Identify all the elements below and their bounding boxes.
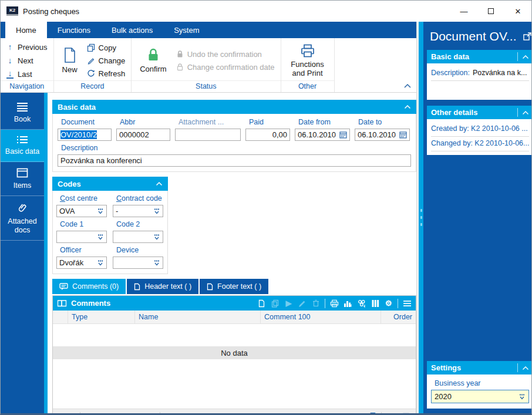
copy-add-button[interactable] — [401, 413, 410, 414]
title-bar: K2 Posting cheques — ✕ — [1, 1, 531, 22]
preview-other-details-header[interactable]: Other details — [427, 106, 532, 119]
change-button[interactable]: Change — [85, 55, 128, 66]
grid-body[interactable]: No data — [53, 346, 416, 409]
detail-tabs: Comments (0) Header text ( ) Footer text… — [52, 279, 416, 294]
code1-dropdown[interactable] — [56, 231, 107, 243]
sidebar-item-attached-docs[interactable]: Attached docs — [1, 196, 44, 241]
tab-header-text[interactable]: Header text ( ) — [127, 279, 198, 294]
next-label: Next — [18, 56, 33, 65]
settings-header[interactable]: Settings — [427, 361, 532, 374]
column-header-type[interactable]: Type — [68, 311, 134, 323]
lock-outline-icon — [176, 63, 184, 71]
close-button[interactable]: ✕ — [504, 1, 531, 21]
preview-basic-data-header[interactable]: Basic data — [427, 50, 532, 63]
new-button[interactable]: New — [58, 46, 82, 75]
group-label-navigation: Navigation — [1, 80, 53, 92]
preview-basic-data-section: Basic data Description: Pozvánka na k... — [427, 50, 532, 100]
grid-footer: ❄ 0 Number of records: 0 Σ — [53, 409, 416, 413]
edit-button[interactable] — [387, 413, 396, 414]
grid-settings-button[interactable]: ⚙ — [384, 299, 393, 308]
preview-description-row: Description: Pozvánka na k... — [431, 66, 529, 81]
ribbon-group-navigation: ↑ Previous ↓ Next ↓ Last — [1, 38, 54, 92]
description-field[interactable]: Pozvánka na konferenci — [58, 154, 411, 167]
contract-code-dropdown[interactable]: - — [113, 205, 163, 217]
printer-icon — [300, 44, 315, 58]
chevron-up-icon[interactable] — [404, 104, 411, 109]
maximize-icon — [488, 8, 494, 14]
dropdown-icon — [153, 234, 160, 241]
splitter-grip[interactable] — [419, 22, 423, 413]
chevron-up-icon[interactable] — [156, 181, 163, 186]
functions-and-print-button[interactable]: Functions and Print — [285, 43, 331, 79]
codes-header[interactable]: Codes — [52, 177, 168, 191]
tab-header-text-label: Header text ( ) — [144, 282, 191, 291]
ribbon-collapse-button[interactable] — [403, 83, 412, 89]
maximize-button[interactable] — [477, 1, 504, 21]
grid-copy-button[interactable] — [271, 299, 280, 308]
attachment-field[interactable] — [175, 129, 241, 141]
copy-button[interactable]: Copy — [85, 42, 128, 53]
tab-comments[interactable]: Comments (0) — [52, 279, 126, 294]
calendar-icon[interactable] — [339, 131, 347, 139]
document-field[interactable]: OV/2010/2 — [58, 129, 112, 141]
column-header-comment[interactable]: Comment 100 — [260, 311, 381, 323]
business-year-dropdown[interactable]: 2020 — [431, 390, 529, 403]
chevron-up-icon[interactable] — [522, 366, 529, 370]
code2-dropdown[interactable] — [113, 231, 163, 243]
sidebar-item-book[interactable]: Book — [1, 96, 44, 130]
open-external-icon[interactable] — [523, 32, 532, 41]
date-to-field[interactable]: 06.10.2010 — [355, 129, 410, 141]
codes-panel: Codes Cost centre OVA — [52, 177, 168, 274]
basic-data-header[interactable]: Basic data — [52, 100, 416, 114]
previous-button[interactable]: ↑ Previous — [4, 41, 50, 53]
dropdown-icon — [518, 393, 526, 400]
grid-columns-button[interactable] — [371, 299, 379, 308]
sum-button[interactable]: Σ — [370, 411, 376, 413]
last-label: Last — [18, 70, 32, 79]
sidebar-item-label: Items — [14, 181, 32, 190]
grid-cluster-button[interactable] — [357, 299, 366, 308]
confirm-button[interactable]: Confirm — [135, 46, 171, 75]
grid-delete-button[interactable] — [311, 299, 320, 308]
chevron-up-icon[interactable] — [522, 55, 529, 59]
panel-splitter[interactable] — [416, 22, 423, 413]
grid-print-button[interactable] — [330, 299, 339, 308]
description-label: Description — [58, 142, 411, 154]
grid-run-button[interactable]: ▶ — [284, 299, 293, 308]
grid-new-button[interactable] — [257, 299, 266, 308]
abbr-field[interactable]: 0000002 — [116, 129, 170, 141]
date-from-field[interactable]: 06.10.2010 — [295, 129, 350, 141]
changed-by-row: Changed by: K2 2010-10-06... — [431, 137, 529, 151]
record-count-label: Number of records: 0 — [86, 413, 154, 413]
tab-home[interactable]: Home — [5, 22, 47, 38]
cost-centre-dropdown[interactable]: OVA — [56, 205, 107, 217]
grid-chart-button[interactable] — [344, 299, 352, 308]
minimize-button[interactable]: — — [450, 1, 477, 21]
tab-bulk-actions[interactable]: Bulk actions — [101, 22, 163, 38]
grid-edit-button[interactable] — [298, 299, 307, 308]
refresh-button[interactable]: Refresh — [85, 68, 128, 79]
grid-menu-button[interactable] — [403, 299, 412, 308]
change-confirmation-date-button[interactable]: Change confirmation date — [174, 62, 277, 72]
new-label: New — [62, 65, 78, 74]
undo-confirmation-button[interactable]: Undo the confirmation — [174, 49, 277, 59]
next-button[interactable]: ↓ Next — [4, 55, 50, 66]
box-icon — [16, 168, 28, 178]
device-dropdown[interactable] — [113, 257, 163, 269]
column-header-name[interactable]: Name — [134, 311, 260, 323]
tab-system[interactable]: System — [163, 22, 210, 38]
sidebar-item-basic-data[interactable]: Basic data — [1, 130, 44, 162]
tab-footer-text[interactable]: Footer text ( ) — [200, 279, 268, 294]
officer-dropdown[interactable]: Dvořák — [56, 257, 107, 269]
no-data-banner: No data — [53, 346, 416, 359]
tab-functions[interactable]: Functions — [47, 22, 101, 38]
lock-gray-icon — [176, 50, 184, 58]
chevron-up-icon[interactable] — [522, 110, 529, 115]
sidebar-item-items[interactable]: Items — [1, 162, 44, 196]
column-header-order[interactable]: Order — [381, 311, 416, 323]
app-logo-icon: K2 — [6, 6, 18, 16]
paid-field[interactable]: 0,00 — [245, 129, 290, 141]
calendar-icon[interactable] — [399, 131, 407, 139]
last-button[interactable]: ↓ Last — [4, 68, 50, 80]
column-header-row-selector[interactable] — [53, 311, 68, 323]
